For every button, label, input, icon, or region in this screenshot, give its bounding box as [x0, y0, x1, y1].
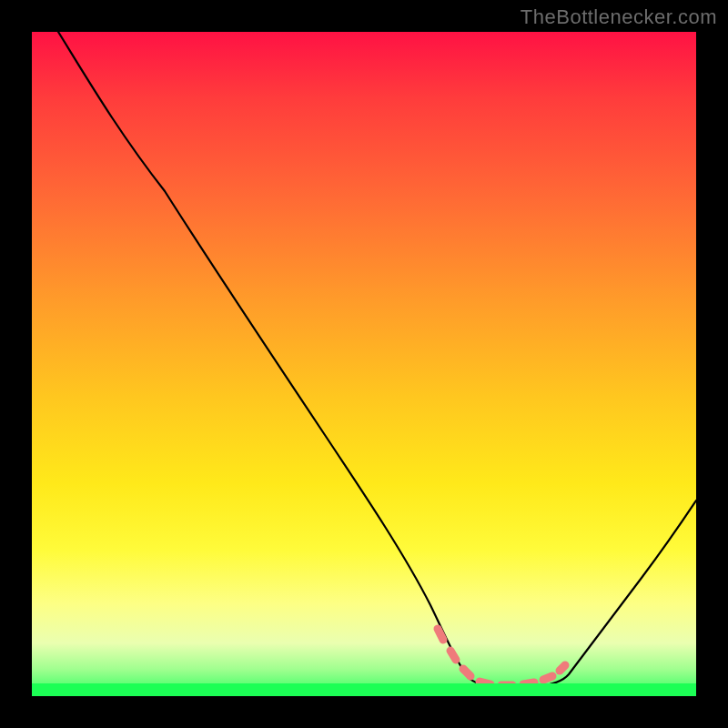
plot-area — [32, 32, 696, 696]
bottleneck-curve — [58, 32, 696, 689]
optimal-zone-marker — [438, 629, 565, 685]
svg-line-2 — [463, 669, 470, 676]
chart-frame: TheBottlenecker.com — [0, 0, 728, 728]
svg-line-7 — [560, 665, 565, 671]
green-baseline-strip — [32, 683, 696, 696]
svg-line-1 — [450, 651, 456, 660]
watermark-text: TheBottlenecker.com — [521, 5, 717, 29]
svg-line-6 — [543, 676, 552, 680]
svg-line-0 — [438, 629, 443, 640]
chart-svg — [32, 32, 696, 696]
